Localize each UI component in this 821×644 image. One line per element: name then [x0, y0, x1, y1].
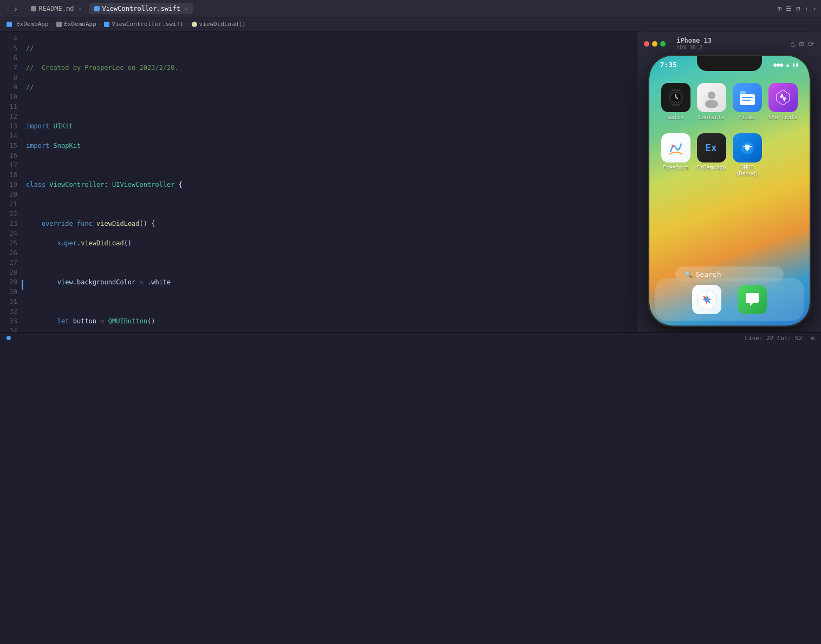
svg-text:A: A [703, 94, 707, 99]
bottom-padding [0, 344, 821, 645]
home-icon[interactable]: ⌂ [790, 40, 794, 48]
split-view-icon[interactable]: ⊞ [778, 5, 781, 12]
nav-arrows: ‹ › [4, 3, 19, 14]
freeform-svg [665, 137, 687, 159]
line-numbers: 4 5 6 7 8 9 10 11 12 13 14 15 16 17 18 1… [0, 31, 22, 332]
app-shortcuts[interactable]: Shortcuts [766, 83, 800, 120]
contacts-app-label: Contacts [698, 114, 724, 120]
tab-viewcontroller[interactable]: ViewController.swift ✕ [89, 3, 193, 14]
rotate-icon[interactable]: ⟳ [808, 40, 815, 48]
breadcrumb-folder[interactable]: ExDemoApp [64, 21, 96, 28]
search-magnifier-icon: 🔍 [684, 270, 693, 278]
chevron-right-icon[interactable]: › [813, 5, 817, 12]
chevron-left-icon[interactable]: ‹ [805, 5, 809, 12]
navigator-icon[interactable]: ☰ [786, 5, 792, 12]
breadcrumb-project[interactable]: ExDemoApp [16, 21, 49, 28]
app-exdemoapp[interactable]: Ex ExDemoApp [694, 133, 729, 177]
exdemo-svg: Ex [701, 137, 722, 159]
sim-toolbar: iPhone 13 iOS 16.2 ⌂ ⊡ ⟳ [637, 37, 821, 55]
dock-safari[interactable] [689, 285, 724, 314]
breadcrumb-file[interactable]: ViewController.swift [112, 21, 183, 28]
app-row-1: Watch A B Contacts [658, 83, 801, 120]
simulator-panel: iPhone 13 iOS 16.2 ⌂ ⊡ ⟳ 7:35 ●●● ▲ ▮▮ [637, 31, 821, 332]
dock-messages[interactable] [735, 285, 770, 314]
svg-point-16 [678, 148, 680, 150]
svg-point-6 [708, 92, 715, 99]
safari-svg [696, 289, 718, 310]
svg-rect-13 [742, 100, 751, 101]
svg-text:B: B [703, 99, 706, 102]
tab-bar: ‹ › README.md ✕ ViewController.swift ✕ ⊞… [0, 0, 821, 17]
app-freeform[interactable]: Freeform [659, 133, 693, 177]
status-indicator [6, 336, 11, 340]
iphone-screen[interactable]: 7:35 ●●● ▲ ▮▮ [649, 56, 810, 326]
tab-readme[interactable]: README.md ✕ [25, 3, 87, 14]
readme-icon [31, 6, 36, 11]
inspector-icon[interactable]: ⊡ [796, 5, 800, 12]
svg-point-7 [705, 100, 718, 108]
project-icon [6, 22, 12, 27]
status-right-bar: Line: 22 Col: 52 ⊡ [745, 335, 815, 342]
shortcuts-svg [772, 87, 794, 108]
status-right: ●●● ▲ ▮▮ [773, 62, 798, 68]
svg-rect-0 [672, 89, 680, 91]
tab-viewcontroller-label: ViewController.swift [102, 5, 180, 12]
breadcrumb: ExDemoApp › ExDemoApp › ViewController.s… [0, 17, 821, 31]
app-watch[interactable]: Watch [659, 83, 693, 120]
app-qmui[interactable]: QMUI (Debug) [730, 133, 765, 177]
app-grid: Watch A B Contacts [649, 83, 810, 190]
battery-icon: ▮▮ [792, 62, 798, 68]
svg-rect-1 [672, 104, 680, 106]
app-contacts[interactable]: A B Contacts [694, 83, 729, 120]
shortcuts-app-label: Shortcuts [768, 114, 797, 120]
file-icon [104, 22, 109, 27]
window-close-dot[interactable] [644, 41, 649, 47]
freeform-app-label: Freeform [662, 165, 688, 171]
tab-bar-right: ⊞ ☰ ⊡ ‹ › [778, 5, 817, 12]
iphone-frame: 7:35 ●●● ▲ ▮▮ [648, 55, 811, 327]
watch-svg [665, 87, 687, 108]
files-app-icon [733, 83, 762, 112]
sim-window-controls [644, 41, 666, 47]
screen-size-icon: ⊡ [811, 335, 815, 342]
window-maximize-dot[interactable] [660, 41, 666, 47]
watch-app-label: Watch [667, 114, 683, 120]
line-col-info: Line: 22 Col: 52 [745, 335, 802, 342]
sim-icons: ⌂ ⊡ ⟳ [790, 40, 815, 48]
search-label: Search [696, 270, 721, 278]
qmui-svg [737, 137, 758, 159]
tab-viewcontroller-close[interactable]: ✕ [185, 5, 188, 11]
swift-file-icon [94, 6, 100, 11]
tab-readme-close[interactable]: ✕ [78, 5, 81, 11]
device-name: iPhone 13 [676, 37, 712, 44]
ios-version: iOS 16.2 [676, 44, 712, 50]
iphone-notch [697, 56, 762, 71]
safari-icon [692, 285, 721, 314]
contacts-svg: A B [701, 87, 722, 108]
shortcuts-app-icon [768, 83, 798, 112]
qmui-app-icon [733, 133, 762, 162]
screenshot-icon[interactable]: ⊡ [799, 40, 804, 48]
breadcrumb-method[interactable]: viewDidLoad() [199, 21, 246, 28]
window-minimize-dot[interactable] [652, 41, 657, 47]
svg-rect-12 [742, 97, 753, 98]
watch-app-icon [661, 83, 690, 112]
nav-forward-button[interactable]: › [12, 3, 19, 14]
messages-icon [738, 285, 767, 314]
nav-back-button[interactable]: ‹ [4, 3, 11, 14]
status-bottom-bar: Line: 22 Col: 52 ⊡ [0, 332, 821, 344]
code-content[interactable]: // // Created by ProsperLee on 2023/2/20… [22, 31, 637, 332]
tab-readme-label: README.md [38, 5, 74, 12]
files-app-label: Files [739, 114, 755, 120]
status-time: 7:35 [660, 61, 677, 69]
app-files[interactable]: Files [730, 83, 765, 120]
blue-bar-26 [22, 280, 23, 290]
app-row-2: Freeform Ex ExDemoApp [658, 133, 801, 177]
code-editor[interactable]: 4 5 6 7 8 9 10 11 12 13 14 15 16 17 18 1… [0, 31, 637, 332]
exdemo-app-label: ExDemoApp [696, 165, 726, 171]
contacts-app-icon: A B [697, 83, 726, 112]
svg-point-15 [672, 145, 674, 147]
dock [655, 278, 804, 321]
method-icon [192, 22, 197, 27]
messages-svg [741, 289, 763, 310]
